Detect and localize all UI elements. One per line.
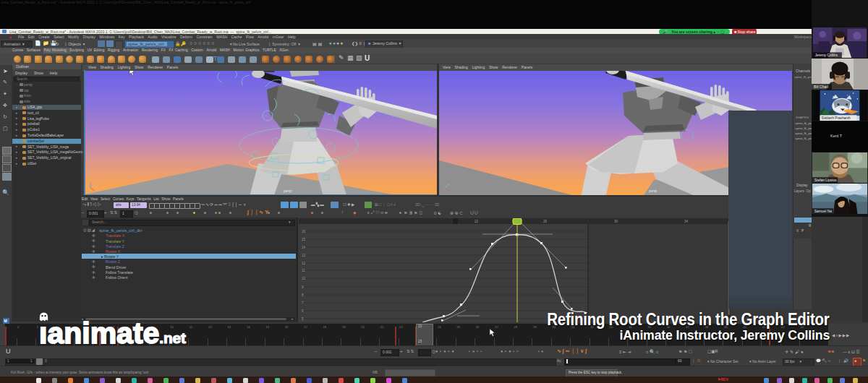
svg-text:6: 6 (302, 309, 304, 313)
svg-text:9: 9 (302, 285, 304, 289)
svg-text:Siddarth Prashanth: Siddarth Prashanth (822, 116, 851, 120)
svg-text:13: 13 (302, 254, 306, 257)
svg-text:7: 7 (302, 301, 304, 305)
svg-text:Bill Chan: Bill Chan (814, 85, 828, 89)
svg-text:30: 30 (614, 220, 618, 223)
svg-text:Stefan Lipsius: Stefan Lipsius (814, 178, 837, 182)
svg-text:persp: persp (284, 189, 292, 193)
svg-text:12: 12 (302, 262, 306, 265)
svg-text:5: 5 (302, 317, 304, 321)
svg-text:15: 15 (302, 238, 306, 241)
svg-text:22: 22 (475, 220, 479, 223)
svg-text:8: 8 (302, 293, 304, 297)
svg-text:Jeremy Collins: Jeremy Collins (815, 53, 838, 57)
svg-text:14: 14 (302, 246, 306, 249)
svg-text:34: 34 (684, 220, 689, 223)
svg-text:persp: persp (649, 189, 658, 193)
svg-text:16: 16 (302, 230, 306, 233)
svg-text:Samuel Na: Samuel Na (814, 210, 832, 213)
svg-text:26: 26 (543, 220, 548, 223)
svg-text:10: 10 (302, 277, 306, 280)
svg-text:11: 11 (302, 269, 305, 272)
